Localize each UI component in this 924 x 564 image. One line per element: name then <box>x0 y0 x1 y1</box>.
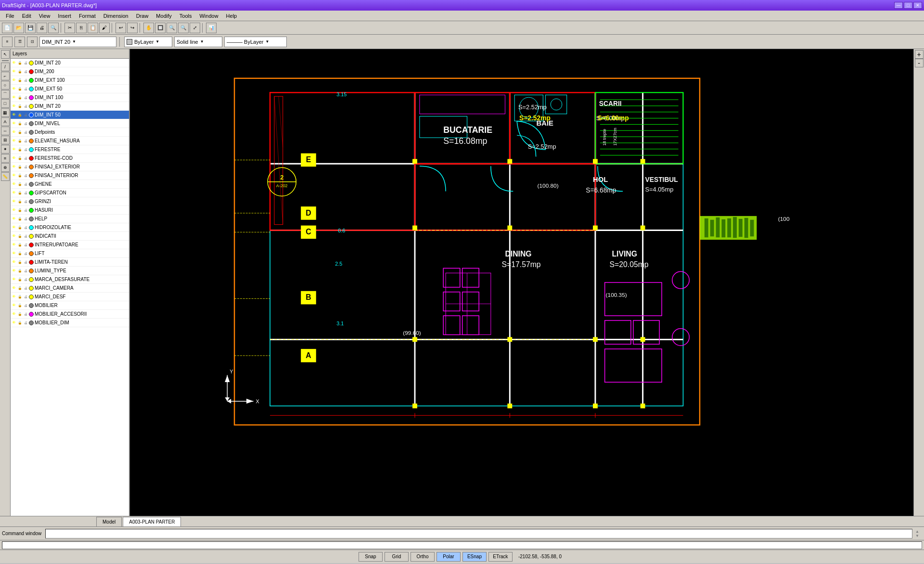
minimize-button[interactable]: — <box>894 2 903 9</box>
layer-eye-icon[interactable]: 👁 <box>12 286 16 291</box>
layer-row[interactable]: 👁🔓🖨LIMITA-TEREN <box>11 258 129 267</box>
layer-print-icon[interactable]: 🖨 <box>23 173 28 178</box>
paintformat-button[interactable]: 🖌 <box>99 23 110 33</box>
layer-print-icon[interactable]: 🖨 <box>23 320 28 325</box>
layer-toggle-button[interactable]: ⊡ <box>27 37 38 47</box>
layer-print-icon[interactable]: 🖨 <box>23 225 28 230</box>
layer-eye-icon[interactable]: 👁 <box>12 156 16 161</box>
layer-eye-icon[interactable]: 👁 <box>12 113 16 117</box>
layer-eye-icon[interactable]: 👁 <box>12 225 16 230</box>
layer-row[interactable]: 👁🔓🖨HELP <box>11 215 129 223</box>
zoom-in-button-right[interactable]: + <box>915 50 924 59</box>
layer-row[interactable]: 👁🔓🖨DIM_INT 20 <box>11 59 129 67</box>
layer-selector[interactable]: DIM_INT 20 ▼ <box>39 37 116 47</box>
layer-lock-icon[interactable]: 🔓 <box>17 260 22 265</box>
properties-button[interactable]: 📊 <box>206 23 217 33</box>
zoom-out-button[interactable]: 🔍 <box>167 23 177 33</box>
layer-lock-icon[interactable]: 🔓 <box>17 234 22 239</box>
menu-insert[interactable]: Insert <box>54 12 75 20</box>
layer-print-icon[interactable]: 🖨 <box>23 78 28 83</box>
layer-eye-icon[interactable]: 👁 <box>12 104 16 109</box>
layer-lock-icon[interactable]: 🔓 <box>17 217 22 221</box>
layer-state-button[interactable]: ☰ <box>14 37 25 47</box>
layer-row[interactable]: 👁🔓🖨FINISAJ_EXTERIOR <box>11 163 129 171</box>
layer-print-icon[interactable]: 🖨 <box>23 139 28 143</box>
command-resize[interactable]: ▲ ▼ <box>912 529 922 538</box>
layer-lock-icon[interactable]: 🔓 <box>17 121 22 126</box>
layer-lock-icon[interactable]: 🔓 <box>17 165 22 169</box>
layer-row[interactable]: 👁🔓🖨MOBILIER_ACCESORII <box>11 310 129 319</box>
snap-tool[interactable]: ✦ <box>1 145 10 154</box>
copy-button[interactable]: ⎘ <box>76 23 87 33</box>
menu-help[interactable]: Help <box>222 12 241 20</box>
layer-row[interactable]: 👁🔓🖨DIM_INT 100 <box>11 93 129 102</box>
layer-eye-icon[interactable]: 👁 <box>12 69 16 74</box>
layer-eye-icon[interactable]: 👁 <box>12 147 16 152</box>
layer-row[interactable]: 👁🔓🖨MOBILIER <box>11 301 129 310</box>
layer-print-icon[interactable]: 🖨 <box>23 208 28 213</box>
new-button[interactable]: 📄 <box>2 23 13 33</box>
menu-modify[interactable]: Modify <box>152 12 175 20</box>
layer-lock-icon[interactable]: 🔓 <box>17 312 22 317</box>
layer-print-icon[interactable]: 🖨 <box>23 121 28 126</box>
layer-print-icon[interactable]: 🖨 <box>23 286 28 291</box>
layer-print-icon[interactable]: 🖨 <box>23 113 28 117</box>
layer-print-icon[interactable]: 🖨 <box>23 95 28 100</box>
layer-lock-icon[interactable]: 🔓 <box>17 113 22 117</box>
layer-eye-icon[interactable]: 👁 <box>12 130 16 135</box>
layer-print-icon[interactable]: 🖨 <box>23 69 28 74</box>
layer-eye-icon[interactable]: 👁 <box>12 277 16 282</box>
layer-print-icon[interactable]: 🖨 <box>23 243 28 247</box>
esnap-button[interactable]: ESnap <box>462 552 487 562</box>
redo-button[interactable]: ↪ <box>127 23 138 33</box>
layer-lock-icon[interactable]: 🔓 <box>17 295 22 299</box>
menu-format[interactable]: Format <box>75 12 100 20</box>
menu-view[interactable]: View <box>35 12 54 20</box>
undo-button[interactable]: ↩ <box>116 23 126 33</box>
maximize-button[interactable]: □ <box>904 2 912 9</box>
layer-print-icon[interactable]: 🖨 <box>23 165 28 169</box>
layer-lock-icon[interactable]: 🔓 <box>17 61 22 65</box>
etrack-button[interactable]: ETrack <box>488 552 513 562</box>
zoom-window-button[interactable]: 🔲 <box>155 23 166 33</box>
layer-eye-icon[interactable]: 👁 <box>12 243 16 247</box>
layer-print-icon[interactable]: 🖨 <box>23 147 28 152</box>
layer-row[interactable]: 👁🔓🖨INTRERUPATOARE <box>11 241 129 249</box>
open-button[interactable]: 📂 <box>13 23 24 33</box>
tab-model[interactable]: Model <box>96 517 122 526</box>
menu-dimension[interactable]: Dimension <box>100 12 132 20</box>
layer-print-icon[interactable]: 🖨 <box>23 303 28 308</box>
layer-eye-icon[interactable]: 👁 <box>12 251 16 256</box>
zoom-extents-button[interactable]: ⤢ <box>190 23 200 33</box>
command-input[interactable] <box>48 531 910 536</box>
layer-lock-icon[interactable]: 🔓 <box>17 156 22 161</box>
measure-tool[interactable]: 📏 <box>1 172 10 181</box>
layer-print-icon[interactable]: 🖨 <box>23 277 28 282</box>
layer-tool[interactable]: ≡ <box>1 154 10 163</box>
layer-row[interactable]: 👁🔓🖨MARCA_DESFASURATE <box>11 275 129 284</box>
layer-lock-icon[interactable]: 🔓 <box>17 130 22 135</box>
layer-eye-icon[interactable]: 👁 <box>12 295 16 299</box>
line-tool[interactable]: / <box>1 63 10 71</box>
layer-eye-icon[interactable]: 👁 <box>12 121 16 126</box>
ortho-button[interactable]: Ortho <box>411 552 435 562</box>
lineweight-selector[interactable]: ——— ByLayer ▼ <box>224 37 287 47</box>
layer-lock-icon[interactable]: 🔓 <box>17 199 22 204</box>
zoom-in-button[interactable]: 🔍 <box>178 23 189 33</box>
layer-lock-icon[interactable]: 🔓 <box>17 95 22 100</box>
layer-eye-icon[interactable]: 👁 <box>12 173 16 178</box>
layer-lock-icon[interactable]: 🔓 <box>17 269 22 273</box>
layer-row[interactable]: 👁🔓🖨DIM_INT 20 <box>11 102 129 111</box>
layer-print-icon[interactable]: 🖨 <box>23 104 28 109</box>
layer-row[interactable]: 👁🔓🖨LUMINI_TYPE <box>11 267 129 275</box>
command-output-input[interactable] <box>2 541 922 549</box>
layer-eye-icon[interactable]: 👁 <box>12 320 16 325</box>
layer-eye-icon[interactable]: 👁 <box>12 165 16 169</box>
layer-list[interactable]: 👁🔓🖨DIM_INT 20👁🔓🖨DIM_200👁🔓🖨DIM_EXT 100👁🔓🖨… <box>11 59 129 516</box>
layer-lock-icon[interactable]: 🔓 <box>17 251 22 256</box>
layer-lock-icon[interactable]: 🔓 <box>17 78 22 83</box>
hatch-tool[interactable]: ▦ <box>1 108 10 117</box>
select-tool[interactable]: ↖ <box>1 50 10 59</box>
close-button[interactable]: ✕ <box>913 2 922 9</box>
layer-row[interactable]: 👁🔓🖨GRINZI <box>11 197 129 206</box>
